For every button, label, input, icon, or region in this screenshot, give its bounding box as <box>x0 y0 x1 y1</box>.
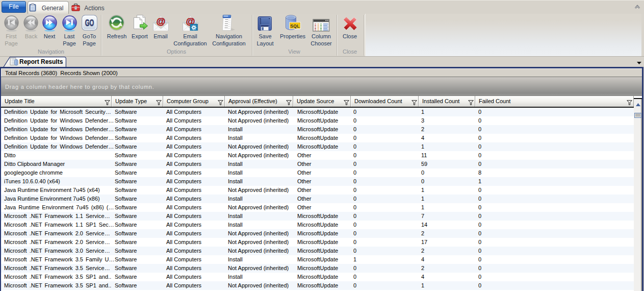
svg-text:SQL: SQL <box>290 23 299 29</box>
svg-text:@: @ <box>156 16 165 27</box>
svg-text:GO: GO <box>85 17 94 28</box>
